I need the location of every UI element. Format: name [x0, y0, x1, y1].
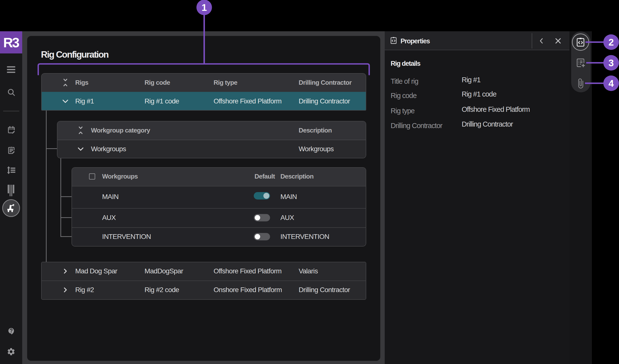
- svg-text:3: 3: [608, 58, 614, 68]
- svg-text:4: 4: [608, 78, 614, 89]
- svg-text:2: 2: [608, 37, 614, 48]
- svg-text:1: 1: [201, 2, 207, 13]
